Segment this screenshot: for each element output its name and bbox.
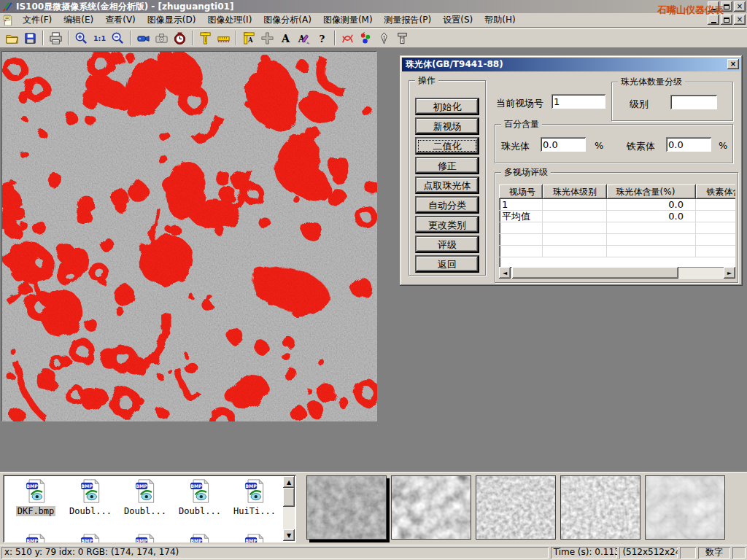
file-list[interactable]: ▲ ▼ DKF.bmpDoubl...Doubl...Doubl...HuiTi… [3, 475, 296, 542]
file-item[interactable] [228, 534, 281, 542]
table-header-row: 视场号珠光体级别珠光体含量(%)铁素体含量(%) [499, 184, 735, 199]
annotation-button[interactable] [295, 30, 313, 47]
file-item[interactable]: DKF.bmp [9, 479, 62, 516]
menu-item-1[interactable]: 文件(F) [17, 12, 58, 28]
print-button[interactable] [47, 30, 65, 47]
file-item[interactable]: Doubl... [119, 479, 171, 516]
flashlight-button[interactable] [393, 30, 411, 47]
thumbnail-2[interactable] [391, 475, 471, 540]
video-camera-button[interactable] [134, 30, 152, 47]
pen-button[interactable] [375, 30, 393, 47]
pen-icon [377, 31, 391, 45]
annotation-icon [297, 31, 311, 45]
status-mode: 数字 [698, 547, 730, 559]
file-item[interactable]: Doubl... [174, 479, 226, 516]
help-button[interactable] [313, 30, 331, 47]
table-horizontal-scrollbar[interactable]: ◄ ► [499, 267, 735, 279]
column-header-3[interactable]: 珠光体含量(%) [607, 184, 696, 199]
column-header-4[interactable]: 铁素体含量(%) [696, 184, 735, 199]
column-header-1[interactable]: 视场号 [499, 184, 543, 199]
op-button-1[interactable]: 初始化 [415, 98, 479, 115]
op-button-4[interactable]: 修正 [415, 157, 479, 174]
menu-item-7[interactable]: 图像测量(M) [317, 12, 379, 28]
file-item[interactable]: HuiTi... [228, 479, 281, 516]
mdi-restore-button[interactable] [721, 15, 732, 25]
column-header-2[interactable]: 珠光体级别 [543, 184, 607, 199]
file-list-scrollbar[interactable]: ▲ ▼ [283, 476, 295, 541]
op-button-9[interactable]: 返回 [415, 255, 479, 273]
restore-button[interactable] [721, 1, 732, 12]
move-cross-button[interactable] [258, 30, 276, 47]
menu-item-10[interactable]: 帮助(H) [479, 12, 521, 28]
actual-size-button[interactable] [90, 30, 109, 47]
menu-item-5[interactable]: 图像处理(I) [201, 12, 258, 28]
measure-text-button[interactable] [240, 30, 258, 47]
table-row[interactable] [499, 222, 735, 234]
file-item[interactable] [119, 534, 171, 542]
file-item[interactable] [64, 534, 117, 542]
grade-level-input[interactable] [670, 95, 717, 109]
menu-item-6[interactable]: 图像分析(A) [258, 12, 317, 28]
save-button[interactable] [21, 30, 39, 47]
dialog-title-bar[interactable]: 珠光体(GB/T9441-88) × [402, 58, 740, 71]
file-item[interactable]: Doubl... [64, 479, 117, 516]
zoom-in-button[interactable] [72, 30, 90, 47]
table-row[interactable]: 平均值0.0 [499, 211, 735, 222]
thumbnail-3[interactable] [476, 475, 556, 540]
micrograph-image[interactable] [1, 51, 376, 421]
table-cell [607, 234, 696, 246]
close-icon: × [737, 3, 743, 10]
op-button-6[interactable]: 自动分类 [415, 196, 479, 214]
camera-button[interactable] [152, 30, 171, 47]
zoom-out-button[interactable] [109, 30, 127, 47]
current-field-label: 当前视场号 [496, 97, 543, 110]
thumbnail-5[interactable] [645, 475, 725, 540]
pearlite-label: 珠光体 [501, 140, 530, 153]
document-icon[interactable] [2, 15, 14, 26]
file-item[interactable] [174, 534, 226, 542]
scrollbar-thumb[interactable] [283, 488, 295, 507]
text-button[interactable] [276, 30, 295, 47]
vertical-caliper-button[interactable] [196, 30, 214, 47]
status-time: Time (s): 0.113 [551, 547, 618, 559]
op-button-7[interactable]: 更改类别 [415, 216, 479, 233]
curve-tool-button[interactable] [338, 30, 357, 47]
table-row[interactable] [499, 246, 735, 257]
ferrite-percent-input[interactable] [666, 137, 711, 152]
table-row[interactable] [499, 234, 735, 246]
minimize-button[interactable] [708, 1, 719, 12]
thumbnail-4[interactable] [560, 475, 640, 540]
mdi-close-button[interactable]: × [734, 15, 746, 25]
mdi-minimize-button[interactable] [708, 15, 719, 25]
menu-item-4[interactable]: 图像显示(D) [142, 12, 202, 28]
percent-sign: % [595, 140, 603, 151]
scroll-left-button[interactable]: ◄ [499, 267, 511, 279]
op-button-3[interactable]: 二值化 [415, 137, 479, 155]
thumbnail-1[interactable] [306, 475, 387, 540]
table-row[interactable]: 10.0 [499, 199, 735, 211]
scroll-up-button[interactable]: ▲ [283, 476, 295, 488]
menu-item-3[interactable]: 查看(V) [99, 12, 142, 28]
file-item[interactable] [9, 534, 62, 542]
current-field-input[interactable] [551, 94, 605, 109]
scroll-right-button[interactable]: ► [724, 267, 735, 279]
op-button-5[interactable]: 点取珠光体 [415, 176, 479, 194]
menu-item-9[interactable]: 设置(S) [437, 12, 479, 28]
op-button-8[interactable]: 评级 [415, 236, 479, 253]
open-button[interactable] [3, 30, 21, 47]
classification-button[interactable] [357, 30, 375, 47]
dialog-close-button[interactable]: × [727, 59, 739, 69]
scrollbar-thumb[interactable] [512, 267, 678, 279]
camera-icon [155, 31, 169, 45]
ruler-button[interactable] [214, 30, 233, 47]
timer-button[interactable] [171, 30, 189, 47]
close-button[interactable]: × [734, 1, 746, 12]
rating-table[interactable]: 视场号珠光体级别珠光体含量(%)铁素体含量(%) 10.0平均值0.0 [499, 184, 735, 273]
menu-item-8[interactable]: 测量报告(P) [379, 12, 438, 28]
pearlite-percent-input[interactable] [541, 137, 586, 152]
scroll-down-button[interactable]: ▼ [283, 529, 295, 541]
status-spacer [680, 547, 696, 559]
op-button-2[interactable]: 新视场 [415, 117, 479, 135]
menu-item-2[interactable]: 编辑(E) [58, 12, 99, 28]
bmp-file-icon [189, 534, 211, 542]
